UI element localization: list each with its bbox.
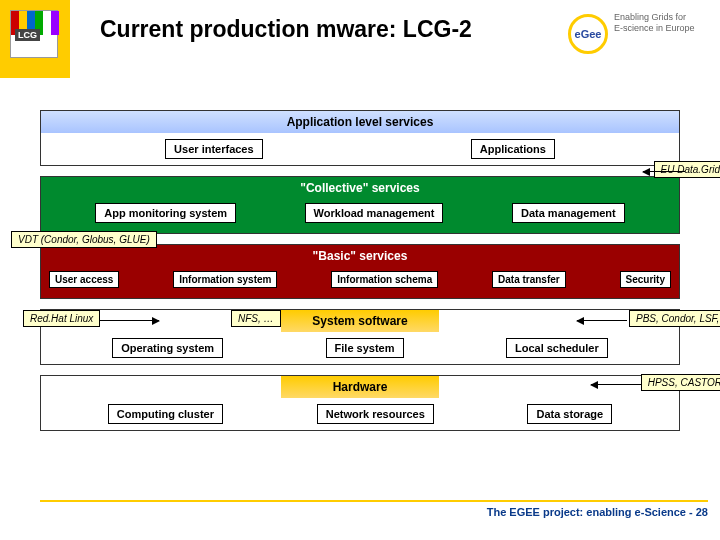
egee-logo-mark: eGee — [568, 14, 608, 54]
egee-logo-tag: Enabling Grids for E-science in Europe — [614, 12, 695, 34]
layer-system: Red.Hat Linux NFS, … PBS, Condor, LSF, …… — [40, 309, 680, 365]
box-info-schema: Information schema — [331, 271, 438, 288]
box-network: Network resources — [317, 404, 434, 424]
layer-system-title: System software — [281, 310, 439, 332]
box-workload-mgmt: Workload management — [305, 203, 444, 223]
lcg-logo-text: LCG — [15, 29, 40, 41]
box-user-access: User access — [49, 271, 119, 288]
architecture-diagram: Application level services User interfac… — [40, 110, 680, 441]
layer-collective-title: "Collective" services — [41, 177, 679, 199]
layer-application-title: Application level services — [41, 111, 679, 133]
footer-text: The EGEE project: enabling e-Science - 2… — [487, 506, 708, 518]
arrow-eu-datagrid — [643, 171, 685, 172]
callout-nfs: NFS, … — [231, 310, 281, 327]
box-security: Security — [620, 271, 671, 288]
callout-hpss: HPSS, CASTOR… — [641, 374, 720, 391]
box-applications: Applications — [471, 139, 555, 159]
callout-vdt: VDT (Condor, Globus, GLUE) — [11, 231, 157, 248]
slide-header: LCG Current production mware: LCG-2 eGee… — [0, 0, 720, 78]
lcg-logo: LCG — [10, 10, 58, 58]
callout-pbs: PBS, Condor, LSF, … — [629, 310, 720, 327]
box-app-monitoring: App monitoring system — [95, 203, 236, 223]
box-info-system: Information system — [173, 271, 277, 288]
box-fs: File system — [326, 338, 404, 358]
box-storage: Data storage — [527, 404, 612, 424]
box-user-interfaces: User interfaces — [165, 139, 263, 159]
box-os: Operating system — [112, 338, 223, 358]
slide-title: Current production mware: LCG-2 — [100, 16, 472, 43]
footer-rule — [40, 500, 708, 502]
layer-basic-title: "Basic" services — [41, 245, 679, 267]
callout-eu-datagrid: EU Data.Grid — [654, 161, 720, 178]
layer-collective: "Collective" services App monitoring sys… — [40, 176, 680, 234]
egee-logo: eGee Enabling Grids for E-science in Eur… — [568, 8, 708, 64]
arrow-redhat — [99, 320, 159, 321]
callout-redhat: Red.Hat Linux — [23, 310, 100, 327]
layer-basic: VDT (Condor, Globus, GLUE) "Basic" servi… — [40, 244, 680, 299]
arrow-pbs — [577, 320, 627, 321]
box-data-transfer: Data transfer — [492, 271, 566, 288]
arrow-hpss — [591, 384, 641, 385]
layer-hardware-title: Hardware — [281, 376, 439, 398]
layer-hardware: HPSS, CASTOR… Hardware Computing cluster… — [40, 375, 680, 431]
box-scheduler: Local scheduler — [506, 338, 608, 358]
box-cluster: Computing cluster — [108, 404, 223, 424]
layer-application: Application level services User interfac… — [40, 110, 680, 166]
box-data-mgmt: Data management — [512, 203, 625, 223]
